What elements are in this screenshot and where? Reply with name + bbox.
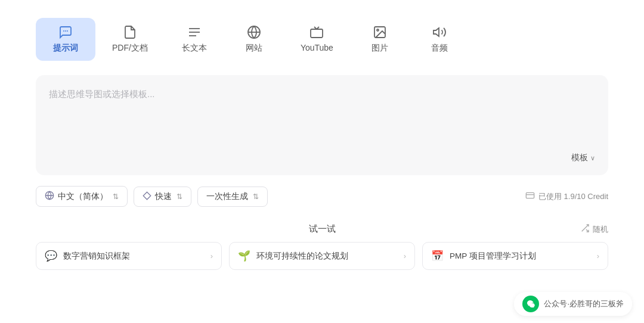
tab-audio-label: 音频 bbox=[431, 43, 448, 54]
credit-display: 已使用 1.9/10 Credit bbox=[525, 191, 608, 202]
chevron-down-icon: ∨ bbox=[590, 154, 595, 162]
tab-prompt[interactable]: 提示词 bbox=[36, 18, 95, 61]
document-icon bbox=[123, 25, 137, 39]
credit-icon bbox=[525, 191, 535, 202]
tab-pdf[interactable]: PDF/文档 bbox=[95, 18, 165, 61]
image-icon bbox=[373, 25, 387, 39]
svg-point-2 bbox=[67, 30, 68, 32]
tab-youtube[interactable]: YouTube bbox=[284, 18, 350, 60]
try-item-1-text: 环境可持续性的论文规划 bbox=[256, 251, 398, 262]
play-icon bbox=[309, 25, 324, 39]
try-title: 试一试 bbox=[309, 223, 336, 235]
tab-longtext[interactable]: 长文本 bbox=[165, 18, 224, 61]
try-item-2-icon: 📅 bbox=[431, 250, 444, 262]
tab-prompt-label: 提示词 bbox=[53, 43, 78, 54]
try-item-2[interactable]: 📅 PMP 项目管理学习计划 › bbox=[422, 242, 608, 270]
try-item-0-arrow-icon: › bbox=[210, 251, 213, 260]
chat-icon bbox=[58, 25, 73, 39]
random-label: 随机 bbox=[593, 224, 608, 235]
try-item-0-text: 数字营销知识框架 bbox=[63, 251, 205, 262]
svg-rect-13 bbox=[526, 192, 534, 198]
svg-marker-12 bbox=[143, 192, 151, 200]
speed-selector[interactable]: 快速 ⇅ bbox=[134, 187, 191, 207]
svg-point-10 bbox=[377, 29, 379, 31]
tab-image[interactable]: 图片 bbox=[350, 18, 410, 61]
try-item-0-icon: 💬 bbox=[45, 250, 57, 262]
wechat-icon bbox=[522, 296, 539, 312]
template-label: 模板 bbox=[571, 153, 588, 163]
try-item-2-arrow-icon: › bbox=[597, 251, 599, 260]
try-item-1-arrow-icon: › bbox=[404, 251, 406, 260]
watermark: 公众号·必胜哥的三板斧 bbox=[514, 292, 632, 316]
try-item-1[interactable]: 🌱 环境可持续性的论文规划 › bbox=[229, 242, 415, 270]
credit-text: 已使用 1.9/10 Credit bbox=[538, 191, 608, 202]
tab-audio[interactable]: 音频 bbox=[410, 18, 469, 61]
shuffle-icon bbox=[580, 223, 590, 235]
input-area: 模板 ∨ bbox=[36, 75, 608, 175]
try-header: 试一试 随机 bbox=[36, 223, 608, 235]
svg-rect-8 bbox=[311, 29, 323, 38]
speed-arrows-icon: ⇅ bbox=[177, 192, 182, 201]
globe-icon bbox=[247, 25, 261, 39]
tab-pdf-label: PDF/文档 bbox=[112, 43, 148, 54]
svg-point-0 bbox=[63, 30, 64, 32]
tab-website[interactable]: 网站 bbox=[224, 18, 284, 61]
translate-icon bbox=[45, 191, 54, 202]
try-item-2-text: PMP 项目管理学习计划 bbox=[450, 251, 591, 262]
tab-website-label: 网站 bbox=[246, 43, 262, 54]
main-input[interactable] bbox=[49, 87, 595, 153]
try-item-1-icon: 🌱 bbox=[238, 250, 250, 262]
language-label: 中文（简体） bbox=[58, 191, 108, 202]
tab-youtube-label: YouTube bbox=[301, 43, 333, 52]
try-items-list: 💬 数字营销知识框架 › 🌱 环境可持续性的论文规划 › 📅 PMP 项目管理学… bbox=[36, 242, 608, 270]
try-section: 试一试 随机 💬 数字营销知识框架 › 🌱 环境可持续性的论文规划 › bbox=[36, 223, 608, 270]
random-button[interactable]: 随机 bbox=[580, 223, 608, 235]
svg-point-1 bbox=[65, 30, 66, 32]
speed-label: 快速 bbox=[155, 191, 172, 202]
tab-image-label: 图片 bbox=[371, 43, 388, 54]
try-item-0[interactable]: 💬 数字营销知识框架 › bbox=[36, 242, 222, 270]
controls-row: 中文（简体） ⇅ 快速 ⇅ 一次性生成 ⇅ 已使用 1.9/10 Credit bbox=[36, 186, 608, 207]
tab-bar: 提示词 PDF/文档 长文本 网站 bbox=[36, 18, 608, 61]
tab-longtext-label: 长文本 bbox=[182, 43, 207, 54]
generate-selector[interactable]: 一次性生成 ⇅ bbox=[197, 187, 268, 207]
watermark-text: 公众号·必胜哥的三板斧 bbox=[544, 299, 624, 309]
svg-marker-11 bbox=[434, 28, 439, 36]
generate-label: 一次性生成 bbox=[206, 191, 248, 202]
template-button[interactable]: 模板 ∨ bbox=[571, 153, 595, 163]
language-selector[interactable]: 中文（简体） ⇅ bbox=[36, 186, 128, 207]
list-icon bbox=[187, 25, 202, 39]
diamond-icon bbox=[143, 191, 151, 202]
generate-arrows-icon: ⇅ bbox=[253, 192, 259, 201]
language-arrows-icon: ⇅ bbox=[113, 192, 119, 201]
audio-icon bbox=[432, 25, 447, 39]
